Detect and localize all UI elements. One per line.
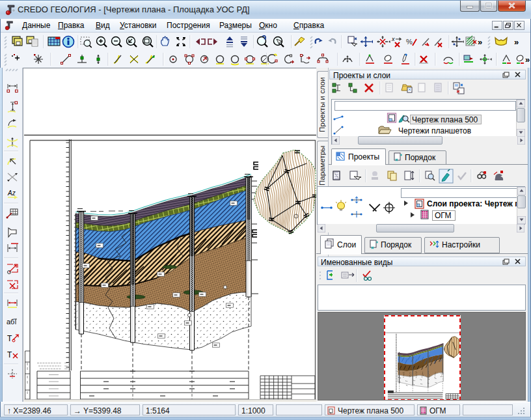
svg-text:аб: аб (7, 318, 14, 326)
svg-text:x: x (391, 36, 395, 42)
svg-text:%: % (406, 38, 413, 46)
svg-text:Т: Т (7, 350, 12, 359)
svg-text:»: » (525, 55, 530, 64)
svg-text:Az: Az (7, 189, 16, 197)
svg-text:»: » (478, 37, 482, 47)
svg-text:»: » (514, 37, 519, 47)
svg-text:Т: Т (7, 334, 12, 343)
